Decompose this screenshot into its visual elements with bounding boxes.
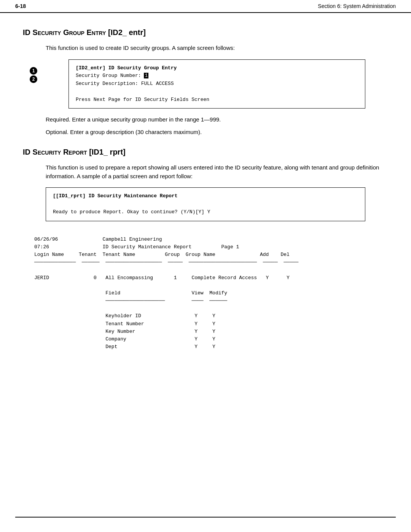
report-sub-row-1: Keyholder ID Y Y	[34, 313, 215, 319]
section2-heading: ID Security Report [ID1_ rprt]	[23, 148, 388, 157]
section2-heading-prefix: ID	[23, 148, 30, 156]
mockup2-line1: [[ID1_rprt] ID Security Maintenance Repo…	[53, 192, 358, 200]
section1-badges: 1 2	[30, 67, 37, 83]
report-area: 06/26/96 Campbell Engineering 07:26 ID S…	[34, 228, 377, 366]
mockup-line-1: [ID2_entr] ID Security Group Entry	[76, 64, 358, 72]
badge-1: 1	[30, 67, 37, 75]
report-sub-row-5: Dept Y Y	[34, 344, 215, 350]
report-underline: ────────────── ────── ──────────────────…	[34, 259, 298, 265]
section2-heading-code: [ID1_ rprt]	[89, 148, 126, 156]
report-date-time: 06/26/96 Campbell Engineering 07:26 ID S…	[34, 236, 298, 350]
section2-intro: This function is used to prepare a repor…	[46, 163, 388, 181]
report-sub-row-3: Key Number Y Y	[34, 329, 215, 334]
mockup-line-5: Press Next Page for ID Security Fields S…	[76, 96, 358, 104]
mockup2-line2	[53, 200, 358, 208]
section1-intro: This function is used to create ID secur…	[46, 44, 388, 53]
section2: ID Security Report [ID1_ rprt] This func…	[23, 148, 388, 366]
report-data-row1: JERID 0 All Encompassing 1 Complete Reco…	[34, 275, 290, 281]
mockup-line-3: Security Description: FULL ACCESS	[76, 80, 358, 88]
section1: ID Security Group Entry [ID2_ entr] This…	[23, 28, 388, 136]
section-title: Section 6: System Administration	[318, 3, 396, 9]
report-sub-header: Field View Modify	[34, 290, 227, 296]
section1-heading-prefix: ID	[23, 28, 30, 37]
section2-screen-mockup: [[ID1_rprt] ID Security Maintenance Repo…	[46, 187, 365, 221]
mockup-line-2: Security Group Number: 1	[76, 72, 358, 80]
badge-2: 2	[30, 75, 37, 83]
report-sub-row-2: Tenant Number Y Y	[34, 321, 215, 327]
mockup-line-4	[76, 88, 358, 96]
report-col-headers: Login Name Tenant Tenant Name Group Grou…	[34, 252, 290, 257]
report-sub-underline: ──────────────────── ──── ──────	[34, 298, 227, 304]
page-footer	[15, 517, 396, 521]
page-container: 6-18 Section 6: System Administration ID…	[0, 0, 411, 532]
section1-heading-main: Security Group Entry	[33, 28, 108, 37]
mockup-highlight: 1	[144, 73, 148, 78]
section1-desc1: Required. Enter a unique security group …	[46, 115, 388, 124]
section1-heading-code: [ID2_ entr]	[108, 28, 146, 37]
section1-mockup-area: 1 2 [ID2_entr] ID Security Group Entry S…	[46, 59, 388, 109]
report-sub-row-4: Company Y Y	[34, 336, 215, 342]
page-header: 6-18 Section 6: System Administration	[0, 0, 411, 13]
mockup2-line3: Ready to produce Report. Okay to continu…	[53, 208, 358, 216]
section1-desc2: Optional. Enter a group description (30 …	[46, 128, 388, 137]
section2-heading-main: Security Report	[33, 148, 89, 156]
section1-screen-mockup: [ID2_entr] ID Security Group Entry Secur…	[68, 59, 365, 109]
page-number: 6-18	[15, 3, 26, 9]
section1-heading: ID Security Group Entry [ID2_ entr]	[23, 28, 388, 37]
report-table: 06/26/96 Campbell Engineering 07:26 ID S…	[34, 228, 377, 366]
